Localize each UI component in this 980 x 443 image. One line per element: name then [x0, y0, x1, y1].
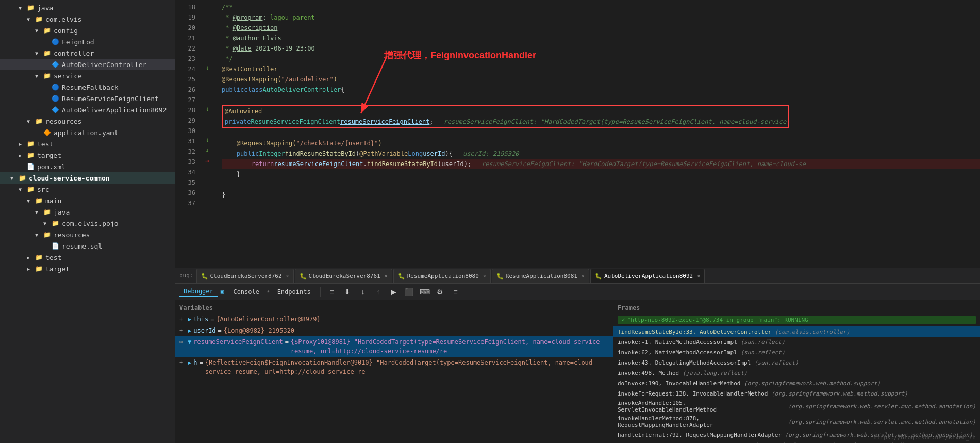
- frame-class: (sun.reflect): [751, 359, 799, 366]
- console-tab-btn[interactable]: Console: [229, 287, 263, 297]
- run-tab-eureka8762[interactable]: 🐛 CloudEurekaServer8762 ×: [196, 269, 294, 283]
- sidebar-label: target: [45, 265, 70, 273]
- frame-item-8[interactable]: invokeHandlerMethod:878, RequestMappingH…: [613, 414, 980, 430]
- folder-icon: 📁: [35, 197, 43, 204]
- expand-icon: +: [179, 326, 188, 335]
- var-item-h[interactable]: + ▶ h = {ReflectiveFeign$FeignInvocation…: [175, 357, 613, 378]
- sidebar-label: com.elvis: [45, 15, 81, 23]
- sidebar-item-com-elvis-pojo[interactable]: ▼ 📁 com.elvis.pojo: [0, 218, 175, 229]
- tree-arrow: ▼: [35, 28, 43, 34]
- code-line: @RestController: [222, 64, 980, 74]
- sidebar-item-application-yaml[interactable]: 🔶 application.yaml: [0, 127, 175, 138]
- sidebar-label: AutoDeliverController: [62, 61, 146, 69]
- sidebar-label: service: [54, 72, 82, 80]
- folder-icon: 📁: [27, 186, 35, 193]
- sidebar-item-target[interactable]: ▶ 📁 target: [0, 150, 175, 161]
- folder-icon: 📁: [43, 27, 52, 34]
- sidebar-item-service[interactable]: ▼ 📁 service: [0, 70, 175, 81]
- frame-item-3[interactable]: invoke:43, DelegatingMethodAccessorImpl …: [613, 357, 980, 368]
- sidebar-label: java: [54, 208, 70, 216]
- frame-item-5[interactable]: doInvoke:190, InvocableHandlerMethod (or…: [613, 378, 980, 388]
- tab-close[interactable]: ×: [385, 273, 388, 279]
- class-icon: 🔵: [52, 84, 60, 91]
- frame-class: (sun.reflect): [737, 339, 785, 346]
- run-tab-autodeliver8092[interactable]: 🐛 AutoDeliverApplication8092 ×: [590, 269, 705, 283]
- sidebar-item-resources2[interactable]: ▼ 📁 resources: [0, 229, 175, 240]
- sidebar-item-config[interactable]: ▼ 📁 config: [0, 25, 175, 36]
- frame-item-7[interactable]: invokeAndHandle:105, ServletInvocableHan…: [613, 399, 980, 414]
- code-line: * @author Elvis: [222, 33, 980, 43]
- sidebar-item-java[interactable]: ▼ 📁 java: [0, 2, 175, 13]
- show-frames-btn[interactable]: ≡: [326, 286, 338, 298]
- var-value: {AutoDeliverController@8979}: [216, 315, 609, 324]
- run-tab-eureka8761[interactable]: 🐛 CloudEurekaServer8761 ×: [295, 269, 392, 283]
- frame-item-4[interactable]: invoke:498, Method (java.lang.reflect): [613, 368, 980, 378]
- var-value: {ReflectiveFeign$FeignInvocationHandler@…: [205, 358, 609, 376]
- main-container: ▼ 📁 java ▼ 📁 com.elvis ▼ 📁 config 🔵 Fe: [0, 0, 980, 443]
- frame-class: (org.springframework.web.servlet.mvc.met…: [785, 419, 976, 425]
- sidebar-item-src2[interactable]: ▼ 📁 src: [0, 184, 175, 195]
- sidebar-item-resources[interactable]: ▼ 📁 resources: [0, 116, 175, 127]
- more-btn[interactable]: ≡: [450, 286, 462, 298]
- sidebar-item-cloud-service-common[interactable]: ▼ 📁 cloud-service-common: [0, 172, 175, 184]
- sidebar-item-autodeliver[interactable]: 🔷 AutoDeliverController: [0, 59, 175, 70]
- sidebar-label: pom.xml: [37, 163, 65, 171]
- folder-icon: 📁: [19, 174, 27, 182]
- sidebar-item-test[interactable]: ▶ 📁 test: [0, 138, 175, 150]
- tab-label: CloudEurekaServer8761: [309, 273, 380, 280]
- sidebar-item-target2[interactable]: ▶ 📁 target: [0, 263, 175, 274]
- autowired-box: @Autowired private ResumeServiceFeignCli…: [222, 105, 789, 128]
- tree-arrow: ▶: [19, 141, 27, 147]
- var-item-resumeclient[interactable]: ∞ ▼ resumeServiceFeignClient = {$Proxy10…: [175, 336, 613, 357]
- running-badge: "http-nio-8092-exec-1"@8,734 in group "m…: [618, 316, 976, 324]
- sidebar-item-resumeservicefeign[interactable]: 🔵 ResumeServiceFeignClient: [0, 93, 175, 104]
- step-into-btn[interactable]: ↓: [357, 286, 369, 298]
- run-tab-resume8080[interactable]: 🐛 ResumeApplication8080 ×: [393, 269, 491, 283]
- xml-icon: 📄: [27, 163, 35, 170]
- sidebar-item-java2[interactable]: ▼ 📁 java: [0, 206, 175, 218]
- tab-close[interactable]: ×: [582, 273, 585, 279]
- settings-btn[interactable]: ⚙: [434, 286, 446, 298]
- sidebar-item-resumefallback[interactable]: 🔵 ResumeFallback: [0, 81, 175, 93]
- sidebar-item-test2[interactable]: ▶ 📁 test: [0, 252, 175, 263]
- frame-method: handleInternal:792, RequestMappingHandle…: [618, 432, 782, 438]
- frame-item-2[interactable]: invoke:62, NativeMethodAccessorImpl (sun…: [613, 347, 980, 357]
- frame-item-10[interactable]: handle:87, AbstractHandlerMethodAdapter …: [613, 440, 980, 443]
- tab-close[interactable]: ×: [286, 273, 289, 279]
- var-item-this[interactable]: + ▶ this = {AutoDeliverController@8979}: [175, 314, 613, 325]
- code-line: @Autowired: [225, 106, 786, 117]
- sidebar-label: test: [45, 254, 61, 261]
- tree-arrow: ▼: [10, 175, 19, 181]
- sidebar-item-autodeliver8092[interactable]: 🔷 AutoDeliverApplication8092: [0, 104, 175, 116]
- frame-class: (java.lang.reflect): [679, 370, 747, 376]
- sidebar-item-main2[interactable]: ▼ 📁 main: [0, 195, 175, 206]
- frame-item-6[interactable]: invokeForRequest:138, InvocableHandlerMe…: [613, 388, 980, 399]
- sidebar-item-pom[interactable]: 📄 pom.xml: [0, 161, 175, 172]
- evaluate-btn[interactable]: ⌨: [419, 286, 431, 298]
- debugger-tab-btn[interactable]: Debugger: [179, 287, 218, 297]
- frame-item-0[interactable]: findResumeStateById:33, AutoDeliverContr…: [613, 326, 980, 337]
- sidebar-item-controller[interactable]: ▼ 📁 controller: [0, 47, 175, 59]
- frame-item-9[interactable]: handleInternal:792, RequestMappingHandle…: [613, 430, 980, 440]
- tab-close[interactable]: ×: [697, 273, 700, 279]
- tab-icon: 🐛: [595, 273, 602, 280]
- step-over-btn[interactable]: ⬇: [341, 286, 354, 298]
- resume-btn[interactable]: ▶: [388, 286, 400, 298]
- step-out-btn[interactable]: ↑: [372, 286, 385, 298]
- frame-class: (org.springframework.web.method.support): [740, 380, 881, 387]
- frame-item-1[interactable]: invoke:-1, NativeMethodAccessorImpl (sun…: [613, 337, 980, 347]
- tab-icon: 🐛: [398, 273, 405, 280]
- endpoints-tab-btn[interactable]: Endpoints: [273, 287, 315, 297]
- tab-icon: 🐛: [201, 273, 208, 280]
- stop-btn[interactable]: ⬛: [403, 286, 416, 298]
- run-tab-resume8081[interactable]: 🐛 ResumeApplication8081 ×: [492, 269, 589, 283]
- tree-arrow: ▶: [19, 153, 27, 158]
- sidebar: ▼ 📁 java ▼ 📁 com.elvis ▼ 📁 config 🔵 Fe: [0, 0, 175, 443]
- var-item-userid[interactable]: + ▶ userId = {Long@8982} 2195320: [175, 325, 613, 336]
- tab-close[interactable]: ×: [483, 273, 486, 279]
- code-line: * @Description: [222, 23, 980, 33]
- var-name: this: [193, 315, 208, 324]
- sidebar-item-com-elvis[interactable]: ▼ 📁 com.elvis: [0, 13, 175, 25]
- sidebar-item-resume-sql[interactable]: 📄 resume.sql: [0, 240, 175, 252]
- sidebar-item-feignlod[interactable]: 🔵 FeignLod: [0, 36, 175, 47]
